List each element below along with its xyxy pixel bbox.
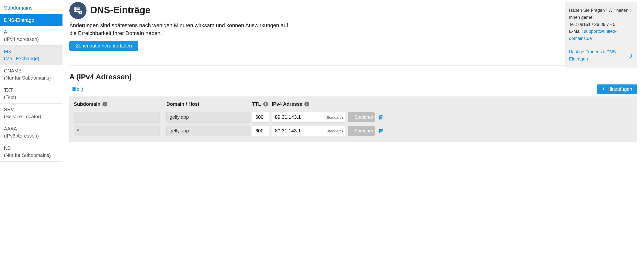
- sidebar-item-sublabel: (IPv6 Adressen): [4, 132, 58, 140]
- ttl-input[interactable]: [252, 126, 269, 136]
- section-a-title: A (IPv4 Adressen): [69, 73, 637, 81]
- page-title: DNS-Einträge: [90, 5, 150, 15]
- sidebar-item-aaaa[interactable]: AAAA (IPv6 Adressen): [0, 123, 62, 142]
- plus-icon: +: [602, 86, 605, 92]
- col-subdomain: Subdomain i: [74, 101, 160, 107]
- standard-label: (Standard): [326, 129, 343, 133]
- info-icon[interactable]: i: [102, 102, 107, 106]
- sidebar-item-label: AAAA: [4, 125, 58, 132]
- sidebar-item-sublabel: (Service Locator): [4, 113, 58, 120]
- col-ip: IPv4 Adresse i: [272, 101, 345, 107]
- sidebar-item-sublabel: (Nur für Subdomains): [4, 152, 58, 159]
- ttl-input[interactable]: [252, 112, 269, 123]
- save-record-button: Speichern: [348, 112, 375, 122]
- sidebar-item-txt[interactable]: TXT (Text): [0, 84, 62, 104]
- sidebar-item-label: NS: [4, 145, 58, 152]
- svg-point-2: [75, 7, 76, 8]
- subdomain-input[interactable]: [74, 126, 160, 136]
- sidebar-item-sublabel: (Mail Exchange): [4, 55, 58, 62]
- sidebar-item-label: CNAME: [4, 67, 58, 74]
- subdomain-input[interactable]: [74, 112, 160, 123]
- records-table: Subdomain i Domain / Host TTL i IPv4 Adr…: [69, 96, 637, 142]
- sidebar-item-label: A: [4, 29, 58, 36]
- sidebar-item-ns[interactable]: NS (Nur für Subdomains): [0, 142, 62, 162]
- sidebar-item-mx[interactable]: MX (Mail Exchange): [0, 45, 62, 65]
- svg-point-3: [75, 10, 76, 11]
- sidebar-item-label: TXT: [4, 87, 58, 94]
- dot-separator: .: [162, 114, 164, 120]
- sidebar-top-link-subdomains[interactable]: Subdomains: [0, 2, 62, 14]
- host-input[interactable]: [166, 112, 250, 123]
- download-zonefile-button[interactable]: Zonendatei herunterladen: [69, 41, 138, 51]
- sidebar-item-cname[interactable]: CNAME (Nur für Subdomains): [0, 65, 62, 84]
- chevron-right-icon: ❯: [630, 52, 633, 59]
- dot-separator: .: [162, 128, 164, 134]
- col-ttl: TTL i: [252, 101, 269, 107]
- help-faq-link[interactable]: Häufige Fragen zu DNS-Einträgen ❯: [569, 48, 633, 63]
- sidebar: Subdomains DNS-Einträge A (IPv4 Adressen…: [0, 0, 62, 162]
- records-header-row: Subdomain i Domain / Host TTL i IPv4 Adr…: [72, 100, 634, 110]
- host-input[interactable]: [166, 126, 250, 136]
- sidebar-item-sublabel: (IPv4 Adressen): [4, 36, 58, 43]
- delete-record-button[interactable]: [377, 114, 384, 120]
- help-tel: Tel.: 08151 / 36 86 7 - 0: [569, 21, 633, 28]
- sidebar-item-label: DNS-Einträge: [4, 17, 58, 24]
- sidebar-item-sublabel: (Nur für Subdomains): [4, 74, 58, 81]
- sidebar-item-sublabel: (Text): [4, 94, 58, 101]
- help-box: Haben Sie Fragen? Wir helfen Ihnen gerne…: [564, 2, 637, 68]
- sidebar-item-a[interactable]: A (IPv4 Adressen): [0, 26, 62, 45]
- section-divider: [69, 65, 637, 66]
- sidebar-item-dns[interactable]: DNS-Einträge: [0, 14, 62, 26]
- delete-record-button[interactable]: [377, 128, 384, 134]
- sidebar-item-label: SRV: [4, 106, 58, 113]
- record-row: . (Standard) Speichern: [72, 110, 634, 124]
- dns-header-icon: [69, 2, 86, 19]
- record-row: . (Standard) Speichern: [72, 124, 634, 138]
- sidebar-item-label: MX: [4, 48, 58, 55]
- add-record-button[interactable]: + Hinzufügen: [597, 84, 637, 94]
- info-icon[interactable]: i: [304, 102, 309, 106]
- standard-label: (Standard): [326, 115, 343, 119]
- sidebar-item-srv[interactable]: SRV (Service Locator): [0, 104, 62, 123]
- section-a-help-link[interactable]: Hilfe ❯: [69, 86, 84, 92]
- help-email: E-Mail: support@united-domains.de: [569, 28, 633, 42]
- help-intro: Haben Sie Fragen? Wir helfen Ihnen gerne…: [569, 7, 633, 21]
- save-record-button: Speichern: [348, 126, 375, 136]
- main-content: Haben Sie Fragen? Wir helfen Ihnen gerne…: [62, 0, 644, 162]
- col-host: Domain / Host: [166, 101, 250, 107]
- page-description: Änderungen sind spätestens nach wenigen …: [69, 21, 290, 37]
- chevron-right-icon: ❯: [80, 87, 84, 92]
- info-icon[interactable]: i: [263, 102, 268, 106]
